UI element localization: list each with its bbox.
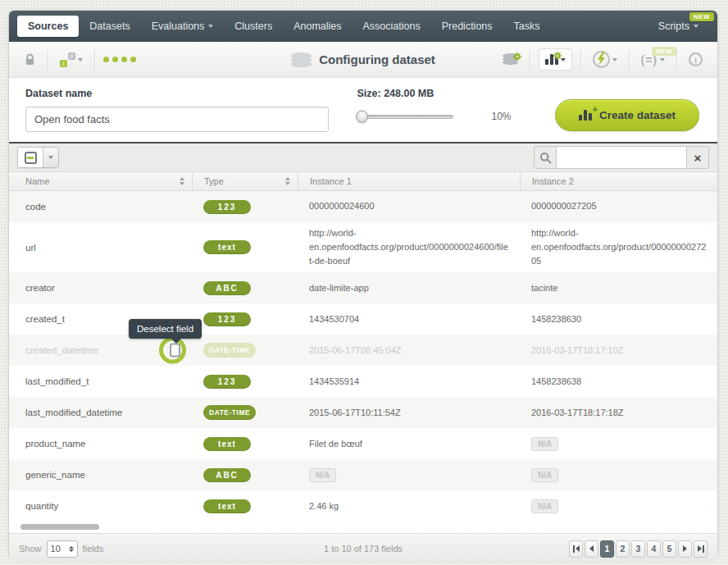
type-badge: 123 [203, 375, 251, 389]
source-type-menu[interactable]: 0 1 [57, 52, 86, 67]
nav-item-tasks[interactable]: Tasks [503, 16, 551, 37]
chevron-down-icon [48, 156, 53, 159]
sample-percent: 10% [491, 111, 511, 122]
dataset-name-input[interactable] [25, 107, 329, 132]
instance-value: 1458238630 [531, 314, 581, 324]
column-header-instance2: Instance 2 [520, 172, 717, 190]
last-page-icon [703, 545, 704, 553]
nav-item-predictions[interactable]: Predictions [431, 16, 503, 37]
page-button-4[interactable]: 4 [647, 540, 661, 558]
sort-icon [285, 177, 290, 185]
page-button-1[interactable]: 1 [600, 540, 614, 558]
next-page-button[interactable] [678, 540, 692, 558]
field-name: creator [25, 283, 55, 293]
instance-value: date-limite-app [309, 283, 369, 293]
type-badge: 123 [203, 312, 251, 326]
horizontal-scrollbar [9, 522, 717, 533]
sample-size-block: Size: 248.00 MB 10% [357, 88, 554, 142]
field-name-cell: product_name [9, 439, 192, 449]
instance-cell: 0000000027205 [520, 199, 717, 213]
page-button-3[interactable]: 3 [631, 540, 645, 558]
create-dataset-label: Create dataset [599, 109, 676, 121]
clear-search-button[interactable]: × [687, 151, 708, 165]
table-row[interactable]: creatorABCdate-limite-apptacinte [9, 272, 717, 303]
last-page-button[interactable] [694, 540, 708, 558]
instance-value: 2015-06-17T08:45:04Z [309, 345, 402, 355]
first-page-button[interactable] [569, 540, 583, 558]
instance-cell: date-limite-app [298, 281, 520, 295]
new-badge: NEW [689, 12, 714, 21]
table-row[interactable]: urltexthttp://world-en.openfoodfacts.org… [9, 222, 717, 272]
na-badge: N/A [309, 468, 336, 482]
na-badge: N/A [531, 468, 558, 482]
info-icon: i [689, 52, 703, 66]
nav-item-clusters[interactable]: Clusters [224, 16, 283, 37]
privacy-button[interactable] [20, 52, 39, 66]
toolbar-actions: (=) NEW i [499, 48, 707, 71]
scriptify-button[interactable]: (=) NEW [638, 53, 669, 66]
instance-value: 1434535914 [309, 376, 359, 386]
prev-page-button[interactable] [585, 540, 598, 558]
chevron-down-icon [612, 58, 617, 62]
instance-cell: N/A [520, 437, 717, 451]
toolbar-separator [676, 50, 677, 70]
page-button-5[interactable]: 5 [662, 540, 676, 558]
nav-item-associations[interactable]: Associations [353, 16, 431, 37]
nav-item-sources[interactable]: Sources [17, 16, 79, 37]
type-badge: text [203, 437, 251, 451]
instance-value: 2.46 kg [309, 501, 339, 511]
field-name: last_modified_t [25, 376, 89, 386]
instance-value: 2016-03-17T18:17:10Z [531, 345, 624, 355]
slider-knob[interactable] [356, 111, 368, 123]
sort-icon [180, 177, 184, 185]
status-dots-icon [103, 57, 136, 62]
instance-value: http://world-en.openfoodfacts.org/produc… [309, 228, 508, 266]
field-checkbox[interactable] [170, 344, 180, 358]
table-row[interactable]: last_modified_t12314345359141458238638 [9, 366, 717, 397]
toolbar-separator [48, 50, 48, 70]
size-slider[interactable] [357, 115, 453, 119]
configure-view-button[interactable] [539, 48, 572, 71]
field-name-cell: url [9, 243, 192, 253]
table-row[interactable]: created_datetimeDATE-TIME2015-06-17T08:4… [9, 335, 717, 366]
binary-blocks-icon: 0 1 [60, 52, 75, 67]
table-row[interactable]: generic_nameABCN/AN/A [9, 459, 717, 490]
nav-item-evaluations[interactable]: Evaluations [141, 16, 225, 37]
table-row[interactable]: created_t12314345307041458238630 [9, 303, 717, 335]
column-header-type[interactable]: Type [192, 172, 298, 190]
chevron-down-icon [208, 25, 213, 28]
scrollbar-thumb[interactable] [20, 524, 99, 530]
table-row[interactable]: code12300000000246000000000027205 [9, 191, 717, 222]
type-badge: ABC [203, 468, 251, 482]
instance-cell: N/A [520, 499, 717, 513]
field-type-cell: 123 [192, 312, 298, 326]
app-window: SourcesDatasetsEvaluationsClustersAnomal… [8, 10, 718, 558]
table-row[interactable]: quantitytext2.46 kgN/A [9, 490, 717, 522]
select-menu-button[interactable] [43, 148, 58, 167]
instance-cell: Filet de bœuf [298, 437, 520, 451]
nav-item-anomalies[interactable]: Anomalies [283, 16, 352, 37]
column-header-name[interactable]: Name [9, 172, 192, 190]
search-input[interactable] [556, 146, 687, 169]
top-navbar: SourcesDatasetsEvaluationsClustersAnomal… [9, 11, 717, 42]
instance-value: http://world-en.openfoodfacts.org/produc… [531, 228, 706, 266]
instance-cell: N/A [520, 468, 717, 482]
one-click-actions-button[interactable] [589, 51, 621, 68]
bar-chart-plus-icon: + [579, 110, 592, 121]
instance-value: 1434530704 [309, 314, 359, 324]
instance-cell: 0000000024600 [298, 199, 520, 213]
table-body: code12300000000246000000000027205urltext… [9, 191, 717, 522]
nav-item-datasets[interactable]: Datasets [79, 16, 140, 37]
instance-value: 0000000027205 [531, 201, 597, 211]
info-button[interactable]: i [685, 52, 706, 66]
instance-value: 1458238638 [531, 376, 581, 386]
table-row[interactable]: product_nametextFilet de bœufN/A [9, 428, 717, 459]
toolbar-separator [530, 50, 530, 70]
select-all-checkbox[interactable] [18, 148, 43, 167]
instance-cell: 1434530704 [298, 312, 520, 326]
table-controls: × [9, 144, 717, 171]
page-button-2[interactable]: 2 [616, 540, 630, 558]
create-dataset-button[interactable]: + Create dataset [555, 99, 699, 131]
table-row[interactable]: last_modified_datetimeDATE-TIME2015-06-1… [9, 397, 717, 428]
dataset-config-button[interactable] [499, 55, 521, 65]
